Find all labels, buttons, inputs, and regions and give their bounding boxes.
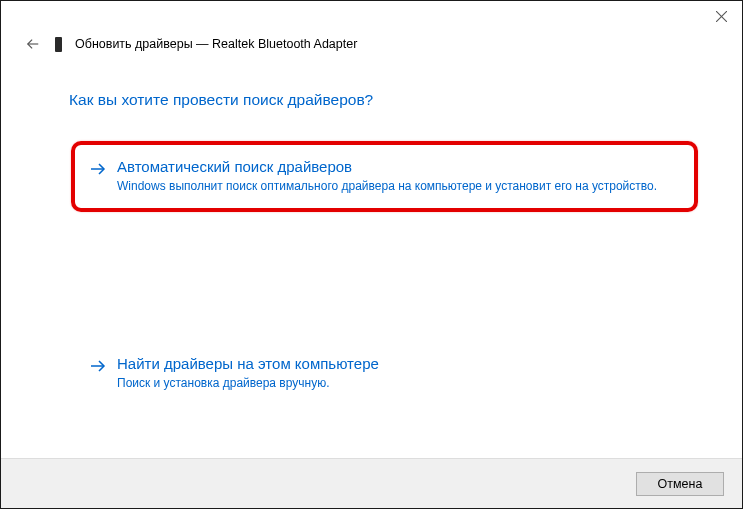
option-description: Поиск и установка драйвера вручную. (117, 376, 379, 392)
option-text: Автоматический поиск драйверов Windows в… (117, 157, 657, 194)
option-browse-computer[interactable]: Найти драйверы на этом компьютере Поиск … (75, 342, 692, 405)
option-auto-search[interactable]: Автоматический поиск драйверов Windows в… (71, 141, 698, 212)
back-arrow-icon[interactable] (25, 36, 41, 52)
option-text: Найти драйверы на этом компьютере Поиск … (117, 354, 379, 391)
device-icon (51, 35, 65, 53)
option-description: Windows выполнит поиск оптимального драй… (117, 179, 657, 195)
cancel-button[interactable]: Отмена (636, 472, 724, 496)
header-row: Обновить драйверы — Realtek Bluetooth Ad… (1, 31, 742, 53)
question-heading: Как вы хотите провести поиск драйверов? (69, 91, 702, 109)
option-title: Автоматический поиск драйверов (117, 157, 657, 177)
window-title: Обновить драйверы — Realtek Bluetooth Ad… (75, 37, 357, 51)
arrow-right-icon (89, 357, 107, 375)
titlebar (1, 1, 742, 31)
footer: Отмена (1, 458, 742, 508)
content-area: Как вы хотите провести поиск драйверов? … (1, 53, 742, 405)
arrow-right-icon (89, 160, 107, 178)
close-icon[interactable] (714, 9, 728, 23)
option-title: Найти драйверы на этом компьютере (117, 354, 379, 374)
